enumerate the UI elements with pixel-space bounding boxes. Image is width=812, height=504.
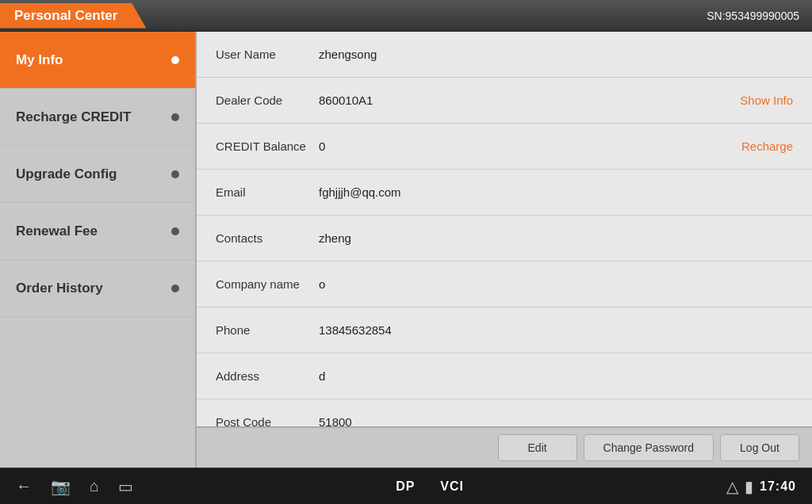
home-icon[interactable]: ⌂ [90,477,99,495]
label-company-name: Company name [216,277,319,291]
value-email: fghjjjh@qq.com [319,185,401,199]
label-dealer-code: Dealer Code [216,94,319,107]
taskbar-center: DP VCI [396,479,464,494]
info-row-username: User Name zhengsong [197,32,812,78]
sidebar-item-recharge-credit[interactable]: Recharge CREDIT [0,89,195,146]
info-row-address: Address d [197,353,812,399]
sidebar-dot-recharge-credit [171,113,179,121]
sidebar-dot-my-info [171,56,179,64]
info-row-dealer-code: Dealer Code 860010A1 Show Info [197,78,812,124]
sidebar-label-order-history: Order History [16,281,103,296]
info-row-email: Email fghjjjh@qq.com [197,170,812,216]
taskbar-right: △ ▮ 17:40 [726,477,796,496]
main-area: My Info Recharge CREDIT Upgrade Config R… [0,32,812,468]
sidebar-label-renewal-fee: Renewal Fee [16,223,98,239]
value-address: d [319,369,325,383]
label-post-code: Post Code [216,415,319,426]
value-dealer-code: 860010A1 [319,94,373,107]
header: Personal Center SN:953499990005 [0,0,812,32]
value-contacts: zheng [319,231,351,245]
show-info-link[interactable]: Show Info [740,94,793,107]
sidebar-dot-order-history [171,284,179,292]
edit-button[interactable]: Edit [498,434,577,461]
info-row-contacts: Contacts zheng [197,216,812,262]
label-contacts: Contacts [216,231,319,245]
label-phone: Phone [216,323,319,337]
info-row-post-code: Post Code 51800 [197,399,812,426]
info-row-company-name: Company name o [197,262,812,307]
value-phone: 13845632854 [319,323,392,337]
taskbar: ← 📷 ⌂ ▭ DP VCI △ ▮ 17:40 [0,468,812,504]
value-company-name: o [319,277,325,291]
sidebar-item-my-info[interactable]: My Info [0,32,195,89]
sidebar-label-upgrade-config: Upgrade Config [16,166,117,182]
sidebar-item-renewal-fee[interactable]: Renewal Fee [0,203,195,260]
copy-icon[interactable]: ▭ [118,477,133,496]
content-panel: User Name zhengsong Dealer Code 860010A1… [197,32,812,468]
info-row-phone: Phone 13845632854 [197,307,812,353]
sidebar: My Info Recharge CREDIT Upgrade Config R… [0,32,197,468]
app-title: Personal Center [0,3,146,29]
serial-number: SN:953499990005 [707,10,799,22]
dp-label[interactable]: DP [396,479,415,494]
value-username: zhengsong [319,48,377,61]
info-rows: User Name zhengsong Dealer Code 860010A1… [197,32,812,426]
taskbar-left: ← 📷 ⌂ ▭ [16,477,133,496]
label-email: Email [216,185,319,199]
info-row-credit-balance: CREDIT Balance 0 Recharge [197,124,812,170]
camera-icon[interactable]: 📷 [51,477,71,496]
sidebar-item-order-history[interactable]: Order History [0,260,195,317]
change-password-button[interactable]: Change Password [584,434,714,461]
clock: 17:40 [760,479,796,494]
label-credit-balance: CREDIT Balance [216,139,319,153]
sidebar-item-upgrade-config[interactable]: Upgrade Config [0,146,195,203]
log-out-button[interactable]: Log Out [720,434,799,461]
sidebar-dot-renewal-fee [171,227,179,235]
sidebar-label-my-info: My Info [16,52,63,68]
sidebar-dot-upgrade-config [171,170,179,178]
label-username: User Name [216,48,319,61]
recharge-link[interactable]: Recharge [741,139,793,153]
wifi-icon: △ [726,477,738,496]
battery-icon: ▮ [745,477,753,496]
vci-label[interactable]: VCI [440,479,464,494]
label-address: Address [216,369,319,383]
sidebar-label-recharge-credit: Recharge CREDIT [16,109,131,125]
back-icon[interactable]: ← [16,477,32,495]
value-credit-balance: 0 [319,139,325,153]
bottom-bar: Edit Change Password Log Out [197,426,812,468]
value-post-code: 51800 [319,415,352,426]
